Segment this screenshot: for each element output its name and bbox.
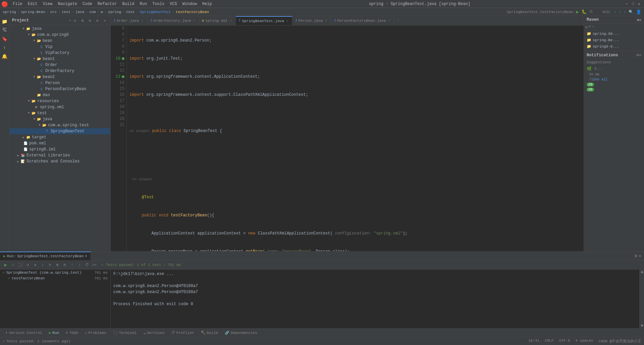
run-panel-close-icon[interactable]: ✕ (639, 253, 641, 259)
tree-item-scratches[interactable]: ▶ 📝 Scratches and Consoles (9, 158, 110, 164)
breadcrumb-class[interactable]: SpringBeanTest (140, 10, 171, 14)
tab-personfactorybean-java[interactable]: J PersonFactoryBean.java × (331, 16, 394, 25)
breadcrumb-java[interactable]: java (75, 10, 84, 14)
vcs-commit[interactable]: ✓ (614, 10, 616, 14)
build-button[interactable]: 🔨 Build (198, 330, 221, 336)
tree-item-personfactorybean[interactable]: C PersonFactoryBean (9, 86, 110, 92)
breadcrumb-test[interactable]: test (62, 10, 70, 14)
close-button[interactable]: ✕ (637, 2, 641, 6)
avatar[interactable]: 👤 (636, 9, 641, 15)
more-button[interactable]: >> (91, 262, 97, 268)
menu-view[interactable]: View (40, 1, 55, 7)
maven-close-icon[interactable]: ✕ (639, 18, 641, 22)
scroll-down-button[interactable]: ▼ (640, 324, 644, 328)
test-item-springbeantest[interactable]: ✓ SpringBeanTest (com.w.spring.test) 761… (0, 270, 110, 275)
tree-item-target[interactable]: ▶ 📁 target (9, 134, 110, 140)
vcs-update[interactable]: ↑ (624, 10, 626, 14)
menu-run[interactable]: Run (137, 1, 150, 7)
run-button[interactable]: ▶ (576, 9, 579, 15)
status-crlf[interactable]: CRLF (545, 339, 553, 344)
up-button[interactable]: ↑ (69, 262, 75, 268)
tree-item-springxml[interactable]: ⚙ spring.xml (9, 104, 110, 110)
locate-icon[interactable]: ⊙ (72, 17, 78, 23)
run-toolbar-button[interactable]: ▶ Run (46, 330, 62, 336)
menu-window[interactable]: Window (180, 1, 200, 7)
tree-item-external-libraries[interactable]: ▶ 📚 External Libraries (9, 152, 110, 158)
collapse-all-icon[interactable]: ⊟ (87, 17, 93, 23)
status-spaces[interactable]: 4 spaces (576, 339, 593, 344)
expand-button[interactable]: ⊞ (54, 262, 60, 268)
rerun-button[interactable]: ▶ (3, 262, 9, 268)
tree-item-iml[interactable]: 📄 spring6.iml (9, 146, 110, 152)
tab-order-java[interactable]: J Order.java × (111, 16, 147, 25)
timer-button[interactable]: ⏱ (84, 262, 90, 268)
close-tab-springbeantest[interactable]: × (285, 19, 289, 23)
expand-all-icon[interactable]: ⊞ (79, 17, 86, 23)
tab-person-java[interactable]: J Person.java × (292, 16, 331, 25)
sort-button[interactable]: ⇅ (32, 262, 38, 268)
tree-item-vip[interactable]: C Vip (9, 44, 110, 50)
menu-edit[interactable]: Edit (25, 1, 40, 7)
run-panel-settings-icon[interactable]: ⚙ (635, 253, 637, 259)
tree-item[interactable]: ▼ 📂 bean (9, 38, 110, 44)
rerun-failed-button[interactable]: ↺ (25, 262, 31, 268)
bookmarks-icon[interactable]: 🔖 (1, 35, 9, 43)
services-button[interactable]: ☁ Services (141, 330, 167, 336)
close-run-tab[interactable]: × (85, 254, 87, 258)
menu-help[interactable]: Help (200, 1, 215, 7)
version-control-button[interactable]: ⬆ Version Control (3, 330, 45, 336)
menu-code[interactable]: Code (80, 1, 95, 7)
console-scrollbar[interactable]: ▲ ▼ (639, 270, 644, 328)
tree-item-pomxml[interactable]: 📄 pom.xml (9, 140, 110, 146)
notifications-icon[interactable]: 🔔 (1, 52, 9, 60)
tab-spring-xml[interactable]: ⚙ spring.xml × (199, 16, 236, 25)
close-tab-order[interactable]: × (140, 19, 144, 23)
menu-vcs[interactable]: VCS (167, 1, 180, 7)
todo-button[interactable]: ≡ TODO (63, 330, 81, 336)
breadcrumb-test2[interactable]: test (126, 10, 135, 14)
see-all-link[interactable]: See all (593, 78, 607, 81)
tree-item-person[interactable]: C Person (9, 80, 110, 86)
run-tab[interactable]: ▶ Run: SpringBeanTest.testFactoryBean × (0, 252, 91, 260)
breadcrumb-spring[interactable]: spring (3, 10, 16, 14)
stop-button[interactable]: ⬛ (17, 262, 23, 268)
menu-file[interactable]: File (10, 1, 25, 7)
terminal-button[interactable]: ⬛ Terminal (110, 330, 140, 336)
tree-item[interactable]: ▼ 📂 bean2 (9, 74, 110, 80)
tree-item[interactable]: ▼ 📁 java (9, 26, 110, 32)
run-config-dropdown[interactable]: SpringBeanTest.testFactoryBean (507, 10, 573, 14)
debug-button[interactable]: 🐛 (582, 9, 587, 14)
code-editor[interactable]: 5 6 7 8 9 10 11 12 13 14 15 16 17 18 19 … (111, 25, 584, 251)
breadcrumb-com[interactable]: com (89, 10, 96, 14)
editor-code-content[interactable]: import com.w.spring6.bean2.Person; impor… (127, 25, 584, 251)
menu-tools[interactable]: Tools (150, 1, 167, 7)
notifications-settings-icon[interactable]: ⚙ (637, 53, 639, 58)
close-tab-person[interactable]: × (324, 19, 328, 23)
tree-item[interactable]: ▼ 📂 bean1 (9, 56, 110, 62)
scroll-up-button[interactable]: ▲ (640, 270, 644, 274)
down-button[interactable]: ↓ (76, 262, 83, 268)
collapse-button[interactable]: ⊟ (62, 262, 68, 268)
tree-item[interactable]: ▼ 📂 resources (9, 98, 110, 104)
more-tabs-button[interactable]: ⋮ (394, 18, 402, 23)
dependencies-button[interactable]: 🔗 Dependencies (222, 330, 260, 336)
tree-item-orderfactory[interactable]: C OrderFactory (9, 68, 110, 74)
maven-remove-icon[interactable]: − (591, 24, 594, 29)
tree-item[interactable]: ▼ 📂 test (9, 110, 110, 116)
structure-icon[interactable]: 🏗 (1, 26, 9, 34)
close-panel-icon[interactable]: ✕ (102, 17, 108, 23)
search-button[interactable]: 🔍 (629, 10, 633, 14)
breadcrumb-src[interactable]: src (50, 10, 57, 14)
status-encoding[interactable]: UTF-8 (559, 339, 570, 344)
status-line-col[interactable]: 19:41 (528, 339, 539, 344)
breadcrumb-method[interactable]: testFactoryBean (176, 10, 209, 14)
sort2-button[interactable]: ↕ (40, 262, 46, 268)
notifications-close-icon[interactable]: ✕ (639, 53, 641, 58)
pull-requests-icon[interactable]: ⬇ (1, 44, 9, 52)
filter-button[interactable]: ≡ (47, 262, 53, 268)
maven-item-spring00[interactable]: 📁 spring-00... (584, 30, 644, 37)
test-item-testfactorybean[interactable]: ✓ testFactoryBean 761 ms (0, 275, 110, 281)
menu-refactor[interactable]: Refactor (95, 1, 120, 7)
minimize-button[interactable]: — (625, 2, 629, 6)
breadcrumb-w[interactable]: w (101, 10, 103, 14)
